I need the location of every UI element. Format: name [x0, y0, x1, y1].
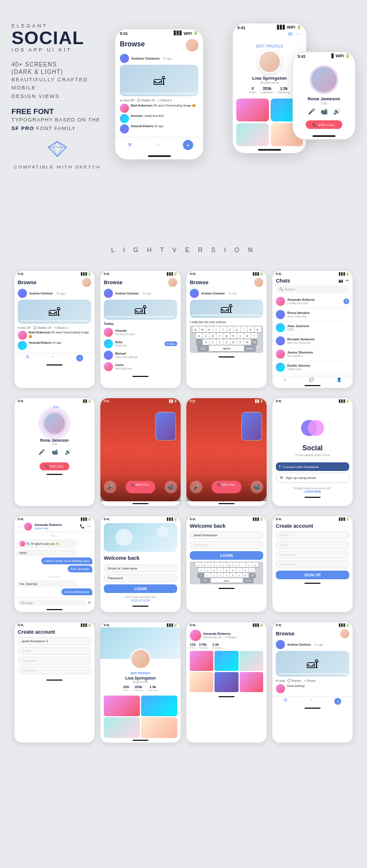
status-bar: 9:41 ▋▋▋WiFi🔋 — [115, 29, 203, 37]
crafted-desc: BEAUTIFULLY CRAFTED MOBILE DESIGN VIEWS — [11, 76, 103, 100]
screens-mode: (DARK & LIGHT) — [11, 68, 103, 76]
row-2: 9:41▋▋🔋 ← Back Rona Jameson 2:52 🎤 📹 🔊 📞… — [7, 398, 360, 506]
font-desc: TYPOGRAPHY BASED ON THE SF PRO FONT FAMI… — [11, 116, 103, 132]
phones-grid: 9:41▋▋▋🔋 Browse Andrew Clarkson 2h ago ♥… — [0, 270, 367, 743]
phone-browse-final: 9:41▋▋▋🔋 Browse Andrew Clarkson 1h ago ♥… — [272, 622, 353, 743]
phone-conversation: 9:41▋▋▋🔋 ← Amanda Roberts Active now 📞 ⋯ — [14, 516, 95, 612]
light-version-label: L I G H T V E R S I O N — [0, 235, 367, 270]
brand-text: ELEGANT SOCIAL IOS APP UI KIT 40+ SCREEN… — [11, 17, 103, 223]
row-3: 9:41▋▋▋🔋 ← Amanda Roberts Active now 📞 ⋯ — [7, 516, 360, 612]
phone-browse-2: 9:41▋▋▋🔋 Browse Andrew Clarkson 3h ago T… — [100, 270, 181, 388]
phone-rona-call: 9:41▋▋🔋 ← Back Rona Jameson 2:52 🎤 📹 🔊 📞… — [14, 398, 95, 506]
ios-kit-label: IOS APP UI KIT — [11, 47, 103, 53]
phone-create-account: 9:41▋▋▋🔋 Create account Name Email Passw… — [272, 516, 353, 612]
phone-browse-keyboard: 9:41▋▋▋🔋 Browse Andrew Clarkson 31 min I… — [186, 270, 267, 388]
svg-marker-0 — [48, 142, 67, 156]
diamond-icon — [11, 140, 103, 160]
phone-social-splash: 9:41▋▋▋🔋 Social Cool tagline goes here f… — [272, 398, 353, 506]
phone-browse-1: 9:41▋▋▋🔋 Browse Andrew Clarkson 2h ago ♥… — [14, 270, 95, 388]
hero-phone-call: 9:41 ▋ WiFi 🔋 Rona Jameson 2:52 🎤 📹 🔊 📞 … — [292, 52, 356, 140]
free-font-label: FREE FONT — [11, 107, 103, 116]
phone-login-1: 9:41▋▋▋🔋 Welcome back Email or Username … — [100, 516, 181, 612]
row-4: 9:41▋▋▋🔋 Create account janet.thompson 1… — [7, 622, 360, 743]
social-title: SOCIAL — [11, 29, 103, 47]
phone-video-2: 9:41▋▋🔋 ← 🎤 📞 END CALL 📹 — [186, 398, 267, 506]
phone-amanda-profile: 9:41▋▋▋🔋 Amanda Roberts @Amanda_Ro. • Co… — [186, 622, 267, 743]
row-1: 9:41▋▋▋🔋 Browse Andrew Clarkson 2h ago ♥… — [7, 270, 360, 388]
hero-phone-browse: 9:41 ▋▋▋WiFi🔋 Browse Andrew Clarkson 2h … — [115, 29, 204, 160]
hero-phones: 9:41 ▋▋▋WiFi🔋 Browse Andrew Clarkson 2h … — [115, 17, 356, 223]
phone-video-1: 0:51▋▋🔋 🎤 📞 END CALL 📹 — [100, 398, 181, 506]
status-bar-3: 9:41 ▋ WiFi 🔋 — [293, 52, 355, 60]
browse-title: Browse — [120, 40, 145, 48]
screens-count: 40+ SCREENS — [11, 61, 103, 68]
compat-label: COMPATIBLE WITH SKETCH — [11, 164, 103, 170]
phone-create-2: 9:41▋▋▋🔋 Create account janet.thompson 1… — [14, 622, 95, 743]
phone-chats: 9:41▋▋▋🔋 Chats 📷 ✏ 🔍 Search Amanda Rober… — [272, 270, 353, 388]
header-section: ELEGANT SOCIAL IOS APP UI KIT 40+ SCREEN… — [0, 0, 367, 235]
phone-login-2: 9:41▋▋▋🔋 Welcome back janet.thompson Pas… — [186, 516, 267, 612]
status-bar-2: 9:41 ▋▋▋ WiFi 🔋 — [233, 23, 306, 31]
phone-lisa-profile: 9:41▋▋▋🔋 EDIT PROFILE Lisa Springston @u… — [100, 622, 181, 743]
